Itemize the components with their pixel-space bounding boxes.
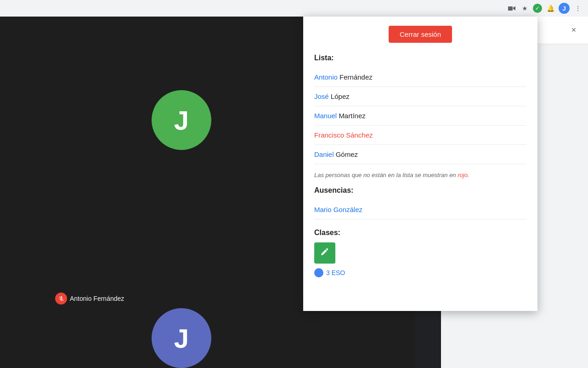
ausencias-title: Ausencias: xyxy=(314,186,526,195)
lista-title: Lista: xyxy=(314,54,526,62)
avatar-blue: J xyxy=(152,308,211,368)
person-jose: José López xyxy=(314,87,526,106)
participant-name: Antonio Fernández xyxy=(70,295,124,302)
dropdown-popup[interactable]: Cerrar sesión Lista: Antonio Fernández J… xyxy=(303,17,537,311)
clase-item: 3 ESO xyxy=(314,268,526,277)
clase-circle-icon xyxy=(314,268,323,277)
avatar-green: J xyxy=(152,90,211,150)
close-chat-button[interactable]: × xyxy=(567,23,581,37)
person-francisco-full: Francisco Sánchez xyxy=(314,131,373,139)
person-daniel-last: Gómez xyxy=(336,150,358,158)
participant-label: Antonio Fernández xyxy=(55,293,124,305)
participant-main: J xyxy=(152,90,211,150)
clases-title: Clases: xyxy=(314,229,526,237)
edit-button[interactable] xyxy=(314,242,335,264)
person-jose-first: José xyxy=(314,92,329,100)
person-antonio: Antonio Fernández xyxy=(314,68,526,87)
note-text: Las personas que no están en la lista se… xyxy=(314,171,526,180)
person-antonio-last: Fernández xyxy=(339,73,373,81)
person-daniel-first: Daniel xyxy=(314,150,334,158)
user-avatar[interactable]: J xyxy=(559,3,570,14)
person-manuel-last: Martínez xyxy=(339,112,365,120)
person-manuel: Manuel Martínez xyxy=(314,106,526,126)
mic-off-icon xyxy=(55,293,67,305)
person-manuel-first: Manuel xyxy=(314,112,337,120)
person-jose-last: López xyxy=(331,92,350,100)
person-mario-full: Mario González xyxy=(314,206,362,213)
person-antonio-first: Antonio xyxy=(314,73,338,81)
main-area: J Antonio Fernández J ⋮ xyxy=(0,17,588,368)
bell-icon[interactable]: 🔔 xyxy=(546,4,555,13)
person-mario: Mario González xyxy=(314,200,526,219)
person-daniel: Daniel Gómez xyxy=(314,145,526,164)
camera-icon[interactable] xyxy=(507,4,516,13)
person-francisco: Francisco Sánchez xyxy=(314,126,526,145)
cerrar-sesion-button[interactable]: Cerrar sesión xyxy=(389,26,452,43)
note-main: Las personas que no están en la lista se… xyxy=(314,172,469,178)
clases-section: Clases: 3 ESO xyxy=(314,229,526,277)
popup-content: Cerrar sesión Lista: Antonio Fernández J… xyxy=(303,17,537,287)
svg-rect-0 xyxy=(508,6,513,11)
pencil-icon xyxy=(320,247,329,259)
clase-label: 3 ESO xyxy=(326,269,345,276)
star-icon[interactable]: ★ xyxy=(520,4,529,13)
browser-bar: ★ ✓ 🔔 J ⋮ xyxy=(0,0,588,17)
check-icon: ✓ xyxy=(533,4,542,13)
participant-bottom: J xyxy=(152,308,211,368)
menu-icon[interactable]: ⋮ xyxy=(573,4,582,13)
note-rojo: rojo xyxy=(458,172,468,178)
